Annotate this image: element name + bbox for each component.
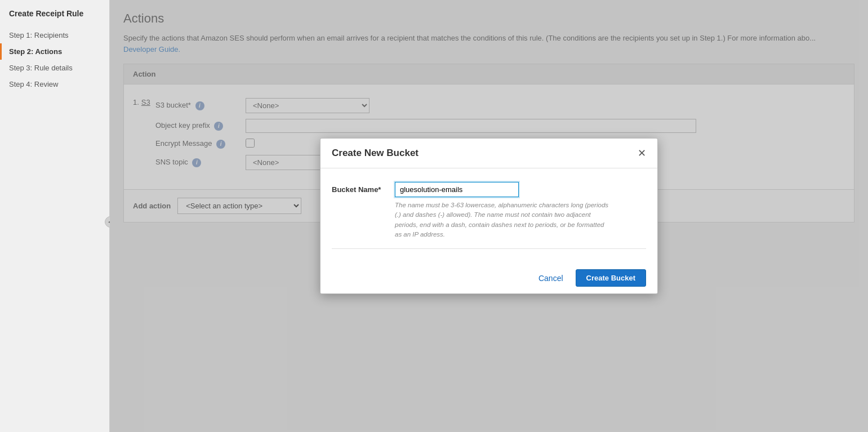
bucket-name-hint: The name must be 3-63 lowercase, alphanu… bbox=[395, 201, 609, 239]
bucket-name-input[interactable] bbox=[395, 182, 519, 197]
modal-overlay: Create New Bucket ✕ Bucket Name* The nam… bbox=[110, 0, 868, 432]
close-icon: ✕ bbox=[638, 148, 646, 159]
modal-footer: Cancel Create Bucket bbox=[321, 262, 657, 293]
sidebar: Create Receipt Rule Step 1: Recipients S… bbox=[0, 0, 110, 432]
bucket-name-label: Bucket Name* bbox=[332, 182, 388, 194]
modal-close-button[interactable]: ✕ bbox=[638, 148, 646, 158]
modal-body: Bucket Name* The name must be 3-63 lower… bbox=[321, 168, 657, 262]
sidebar-item-step1[interactable]: Step 1: Recipients bbox=[0, 27, 109, 43]
modal-header: Create New Bucket ✕ bbox=[321, 139, 657, 168]
create-bucket-button[interactable]: Create Bucket bbox=[576, 269, 646, 287]
sidebar-item-step4[interactable]: Step 4: Review bbox=[0, 76, 109, 92]
sidebar-item-step2[interactable]: Step 2: Actions bbox=[0, 43, 109, 60]
bucket-name-control: The name must be 3-63 lowercase, alphanu… bbox=[395, 182, 646, 239]
bucket-name-row: Bucket Name* The name must be 3-63 lower… bbox=[332, 182, 646, 239]
sidebar-title: Create Receipt Rule bbox=[0, 9, 109, 27]
create-bucket-modal: Create New Bucket ✕ Bucket Name* The nam… bbox=[320, 138, 658, 294]
cancel-button[interactable]: Cancel bbox=[533, 270, 569, 286]
modal-divider bbox=[332, 248, 646, 249]
sidebar-item-step3[interactable]: Step 3: Rule details bbox=[0, 60, 109, 76]
main-content: Actions Specify the actions that Amazon … bbox=[110, 0, 868, 432]
modal-title: Create New Bucket bbox=[332, 148, 419, 159]
